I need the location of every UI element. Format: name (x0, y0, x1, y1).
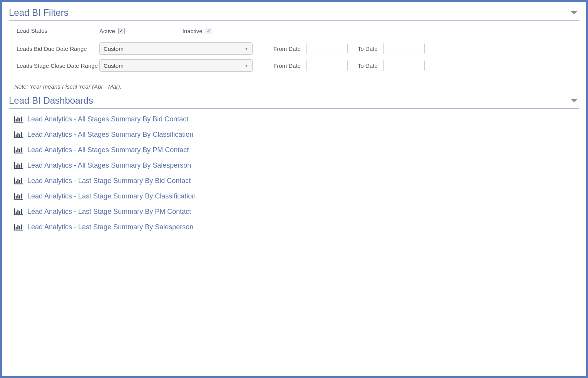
dashboard-link-label: Lead Analytics - Last Stage Summary By B… (27, 177, 191, 185)
bar-chart-icon (13, 192, 23, 200)
filter-row-bid-due: Leads Bid Due Date Range Custom ▼ From D… (17, 42, 571, 55)
stage-close-range-value: Custom (104, 62, 124, 69)
svg-rect-29 (17, 225, 18, 229)
svg-rect-14 (19, 165, 20, 168)
inactive-checkbox-wrap: Inactive ✓ (183, 28, 212, 34)
filters-body: Lead Status Active ✓ Inactive ✓ Leads Bi… (9, 25, 579, 79)
bar-chart-icon (13, 146, 23, 154)
bar-chart-icon (13, 176, 23, 185)
bid-due-range-value: Custom (104, 45, 124, 52)
active-checkbox-wrap: Active ✓ (99, 28, 125, 34)
svg-rect-31 (21, 225, 22, 230)
chevron-down-icon (569, 96, 579, 106)
svg-rect-19 (21, 178, 22, 183)
bar-chart-icon (13, 130, 23, 139)
bid-due-from-input[interactable] (306, 43, 348, 54)
svg-rect-21 (17, 194, 18, 198)
svg-rect-15 (21, 163, 22, 168)
dashboard-link[interactable]: Lead Analytics - Last Stage Summary By S… (13, 223, 575, 231)
dashboard-link[interactable]: Lead Analytics - Last Stage Summary By C… (13, 192, 575, 200)
svg-rect-26 (19, 211, 20, 214)
svg-rect-10 (19, 149, 20, 152)
from-date-label: From Date (273, 45, 301, 52)
dashboards-title: Lead BI Dashboards (9, 95, 93, 106)
dashboards-body: Lead Analytics - All Stages Summary By B… (9, 113, 579, 240)
dashboard-link-label: Lead Analytics - Last Stage Summary By S… (27, 223, 193, 231)
svg-rect-22 (19, 195, 20, 198)
stage-close-label: Leads Stage Close Date Range (17, 59, 99, 71)
active-checkbox[interactable]: ✓ (118, 28, 125, 34)
bar-chart-icon (13, 223, 23, 231)
chevron-down-icon (569, 8, 579, 18)
fiscal-year-note: Note: Year means Fiscal Year (Apr - Mar)… (9, 79, 579, 95)
dashboards-collapse-toggle[interactable] (569, 96, 579, 106)
svg-rect-6 (19, 134, 20, 137)
svg-rect-2 (19, 118, 20, 121)
app-frame: Lead BI Filters Lead Status Active ✓ Ina… (0, 0, 588, 378)
svg-rect-30 (19, 226, 20, 229)
svg-rect-1 (17, 117, 18, 121)
lead-status-controls: Active ✓ Inactive ✓ (99, 28, 571, 34)
dashboard-link[interactable]: Lead Analytics - Last Stage Summary By P… (13, 207, 575, 216)
bid-due-to-input[interactable] (383, 43, 425, 54)
svg-rect-7 (21, 132, 22, 137)
bar-chart-icon (13, 161, 23, 170)
svg-rect-3 (21, 117, 22, 122)
dashboard-link[interactable]: Lead Analytics - All Stages Summary By B… (13, 115, 575, 123)
filter-row-lead-status: Lead Status Active ✓ Inactive ✓ (17, 26, 571, 35)
svg-rect-12 (16, 165, 17, 168)
svg-rect-17 (17, 179, 18, 183)
bar-chart-icon (13, 207, 23, 216)
filters-header: Lead BI Filters (9, 7, 579, 21)
to-date-label: To Date (358, 62, 378, 69)
dashboard-link-label: Lead Analytics - All Stages Summary By S… (27, 161, 191, 170)
dashboard-link[interactable]: Lead Analytics - All Stages Summary By S… (13, 161, 575, 170)
svg-rect-23 (21, 194, 22, 199)
filters-title: Lead BI Filters (9, 7, 69, 18)
dashboard-link[interactable]: Lead Analytics - Last Stage Summary By B… (13, 176, 575, 185)
stage-close-from-group: From Date (273, 60, 348, 71)
svg-rect-16 (16, 181, 17, 183)
bid-due-from-group: From Date (273, 43, 348, 54)
dashboard-link[interactable]: Lead Analytics - All Stages Summary By P… (13, 146, 575, 154)
stage-close-to-input[interactable] (383, 60, 425, 71)
bar-chart-icon (13, 115, 23, 123)
svg-rect-18 (19, 180, 20, 183)
svg-rect-0 (16, 119, 17, 121)
svg-rect-25 (17, 210, 18, 214)
active-label: Active (99, 28, 115, 34)
svg-rect-24 (16, 212, 17, 214)
svg-rect-8 (16, 150, 17, 152)
svg-rect-5 (17, 133, 18, 137)
filters-collapse-toggle[interactable] (569, 8, 579, 18)
stage-close-from-input[interactable] (306, 60, 348, 71)
filter-row-stage-close: Leads Stage Close Date Range Custom ▼ Fr… (17, 59, 571, 72)
stage-close-range-select[interactable]: Custom ▼ (99, 59, 253, 72)
svg-rect-11 (21, 148, 22, 153)
dashboard-link-label: Lead Analytics - Last Stage Summary By P… (27, 208, 191, 216)
bid-due-range-select[interactable]: Custom ▼ (99, 42, 253, 55)
dashboard-link-label: Lead Analytics - All Stages Summary By B… (27, 115, 188, 123)
dashboards-header: Lead BI Dashboards (9, 95, 579, 109)
caret-down-icon: ▼ (245, 64, 248, 68)
to-date-label: To Date (358, 45, 378, 52)
bid-due-to-group: To Date (358, 43, 425, 54)
caret-down-icon: ▼ (245, 47, 248, 51)
from-date-label: From Date (273, 62, 301, 69)
svg-rect-20 (16, 196, 17, 198)
dashboard-link[interactable]: Lead Analytics - All Stages Summary By C… (13, 130, 575, 139)
inactive-checkbox[interactable]: ✓ (206, 28, 212, 34)
stage-close-controls: Custom ▼ From Date To Date (99, 59, 571, 72)
inactive-label: Inactive (183, 28, 203, 34)
svg-rect-28 (16, 227, 17, 229)
bid-due-label: Leads Bid Due Date Range (17, 42, 99, 54)
svg-rect-27 (21, 209, 22, 214)
bid-due-controls: Custom ▼ From Date To Date (99, 42, 571, 55)
svg-rect-13 (17, 163, 18, 168)
dashboard-link-label: Lead Analytics - Last Stage Summary By C… (27, 192, 196, 200)
dashboard-link-label: Lead Analytics - All Stages Summary By C… (27, 131, 193, 139)
lead-status-label: Lead Status (17, 27, 99, 35)
dashboard-link-label: Lead Analytics - All Stages Summary By P… (27, 146, 189, 154)
svg-rect-4 (16, 134, 17, 137)
stage-close-to-group: To Date (358, 60, 425, 71)
